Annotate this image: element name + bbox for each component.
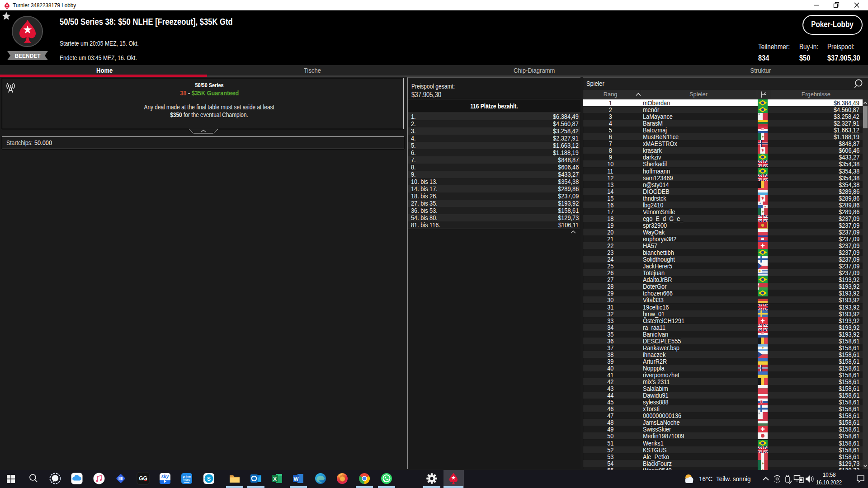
svg-text:X: X bbox=[273, 476, 277, 482]
svg-text:W: W bbox=[294, 476, 299, 482]
svg-text:BEENDET: BEENDET bbox=[15, 52, 41, 59]
svg-text:S: S bbox=[207, 476, 211, 482]
svg-text:video: video bbox=[183, 478, 190, 481]
svg-text:sky: sky bbox=[161, 474, 169, 479]
